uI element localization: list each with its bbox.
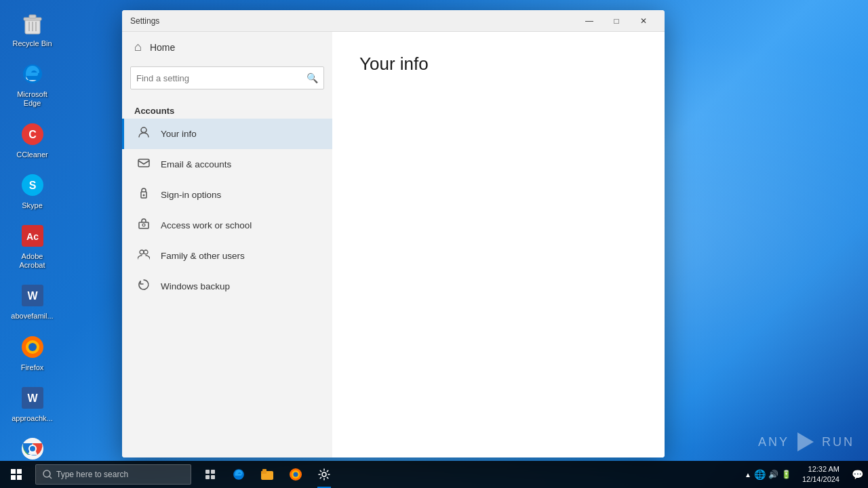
taskbar-edge-icon (232, 468, 245, 481)
notification-icon: 💬 (852, 469, 863, 480)
page-title: Your info (359, 54, 637, 75)
taskbar-search-icon (43, 470, 52, 479)
settings-search-input[interactable] (136, 73, 307, 83)
desktop-icon-skype[interactable]: S Skype (7, 169, 58, 213)
svg-point-54 (294, 472, 298, 477)
svg-rect-39 (11, 469, 16, 474)
svg-rect-41 (11, 475, 16, 480)
nav-item-windows-backup[interactable]: Windows backup (122, 271, 332, 302)
svg-text:W: W (27, 392, 38, 404)
svg-point-21 (30, 446, 35, 451)
anyrun-play-icon (793, 430, 818, 454)
nav-item-access-work[interactable]: Access work or school (122, 210, 332, 241)
windows-backup-label: Windows backup (161, 281, 230, 291)
svg-rect-45 (205, 470, 210, 474)
svg-text:S: S (28, 180, 36, 191)
windows-backup-icon (136, 279, 151, 294)
home-nav-item[interactable]: ⌂ Home (122, 32, 332, 62)
access-work-icon (136, 218, 151, 233)
system-clock[interactable]: 12:32 AM 12/14/2024 (795, 464, 846, 485)
search-icon[interactable]: 🔍 (307, 73, 318, 83)
family-icon (136, 248, 151, 264)
svg-rect-40 (17, 469, 22, 474)
adobe-icon: Ac (19, 222, 46, 249)
taskbar-firefox-icon (289, 468, 302, 481)
svg-text:C: C (28, 129, 37, 140)
taskbar-settings-button[interactable] (311, 461, 338, 488)
system-tray-icons: ▲ 🌐 🔊 🔋 (741, 469, 795, 480)
desktop-icon-firefox[interactable]: Firefox (7, 331, 58, 375)
word2-icon: W (19, 384, 46, 411)
clock-time: 12:32 AM (808, 464, 840, 474)
window-controls: — □ ✕ (576, 14, 656, 28)
taskbar-right: ▲ 🌐 🔊 🔋 12:32 AM 12/14/2024 💬 (741, 461, 868, 488)
desktop-icons-col1: Recycle Bin Microsoft Edge C CCleaner (7, 7, 58, 488)
home-label: Home (150, 42, 175, 53)
close-button[interactable]: ✕ (628, 10, 659, 32)
word2-label: approachk... (12, 414, 53, 423)
anyrun-label: ANY (758, 435, 789, 449)
svg-rect-51 (262, 469, 267, 472)
start-button[interactable] (0, 461, 33, 488)
firefox-label: Firefox (21, 363, 44, 372)
desktop-icon-edge[interactable]: Microsoft Edge (7, 58, 58, 110)
svg-rect-35 (139, 222, 149, 228)
main-content: Your info (332, 32, 665, 458)
your-info-label: Your info (161, 129, 197, 139)
desktop-icon-word2[interactable]: W approachk... (7, 382, 58, 426)
svg-rect-42 (17, 475, 22, 480)
settings-body: ⌂ Home 🔍 Accounts (122, 32, 665, 458)
nav-item-your-info[interactable]: Your info (122, 119, 332, 149)
svg-line-44 (50, 476, 52, 479)
skype-icon: S (19, 171, 46, 199)
taskbar-edge-button[interactable] (225, 461, 252, 488)
taskbar-search-text: Type here to search (56, 470, 128, 479)
taskbar-search[interactable]: Type here to search (35, 464, 191, 485)
nav-item-family[interactable]: Family & other users (122, 241, 332, 271)
clock-date: 12/14/2024 (802, 474, 840, 485)
title-bar: Settings — □ ✕ (122, 10, 665, 32)
chevron-icon[interactable]: ▲ (745, 471, 751, 479)
edge-label: Microsoft Edge (9, 90, 55, 108)
taskbar-explorer-button[interactable] (254, 461, 281, 488)
search-container: 🔍 (122, 62, 332, 98)
desktop-icon-adobe[interactable]: Ac Adobe Acrobat (7, 220, 58, 272)
nav-item-email-accounts[interactable]: Email & accounts (122, 149, 332, 180)
svg-point-36 (142, 224, 145, 226)
task-view-button[interactable] (197, 461, 224, 488)
svg-point-38 (144, 250, 148, 254)
nav-item-sign-in[interactable]: Sign-in options (122, 180, 332, 210)
sign-in-icon (136, 187, 151, 203)
word1-icon: W (19, 282, 46, 309)
search-input-wrap[interactable]: 🔍 (130, 66, 324, 89)
skype-label: Skype (22, 201, 43, 210)
svg-rect-2 (29, 15, 36, 18)
desktop-icon-recycle-bin[interactable]: Recycle Bin (7, 7, 58, 51)
svg-point-55 (322, 472, 326, 476)
taskbar-explorer-icon (260, 468, 274, 481)
accounts-section-label: Accounts (122, 98, 332, 119)
desktop-icon-word1[interactable]: W abovefamil... (7, 279, 58, 323)
svg-rect-32 (138, 159, 149, 167)
windows-logo-icon (11, 469, 22, 480)
window-title: Settings (130, 16, 576, 26)
svg-point-16 (28, 343, 37, 351)
firefox-icon (19, 333, 46, 361)
sign-in-label: Sign-in options (161, 190, 221, 200)
settings-window: Settings — □ ✕ ⌂ Home 🔍 (122, 10, 665, 458)
volume-icon[interactable]: 🔊 (768, 470, 778, 479)
svg-point-30 (141, 127, 146, 133)
taskbar-firefox-button[interactable] (282, 461, 309, 488)
svg-marker-29 (797, 432, 814, 451)
adobe-label: Adobe Acrobat (9, 252, 55, 270)
access-work-label: Access work or school (161, 220, 252, 230)
notification-button[interactable]: 💬 (846, 461, 868, 488)
ccleaner-icon: C (19, 121, 46, 148)
network-icon[interactable]: 🌐 (754, 469, 766, 480)
desktop-icon-ccleaner[interactable]: C CCleaner (7, 118, 58, 162)
ccleaner-label: CCleaner (16, 150, 47, 159)
svg-point-43 (43, 470, 50, 477)
battery-icon: 🔋 (781, 470, 791, 479)
taskbar-settings-icon (318, 468, 330, 481)
taskbar: Type here to search (0, 461, 868, 488)
